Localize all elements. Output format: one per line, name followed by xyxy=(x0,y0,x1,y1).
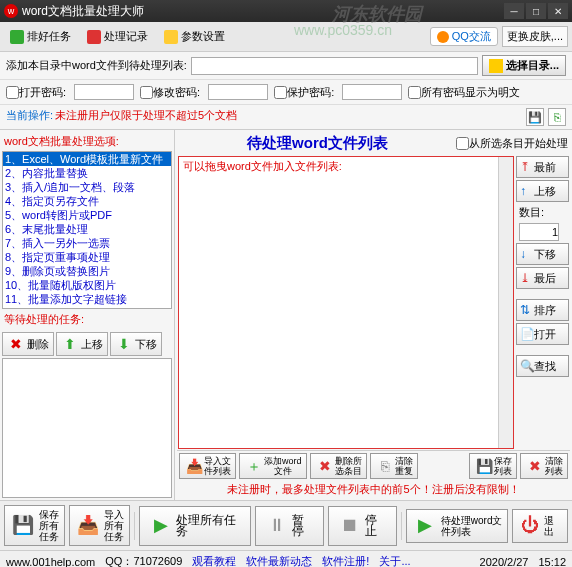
clear-icon: ✖ xyxy=(525,456,545,476)
footer-site: www.001help.com xyxy=(6,556,95,568)
start-from-selected-check[interactable]: 从所选条目开始处理 xyxy=(456,136,568,151)
save-all-tasks-button[interactable]: 💾保存 所有 任务 xyxy=(4,505,65,546)
import-list-button[interactable]: 📥导入文 件列表 xyxy=(179,453,236,479)
move-bottom-button[interactable]: ⤓最后 xyxy=(516,267,569,289)
maximize-button[interactable]: □ xyxy=(526,3,546,19)
qq-icon xyxy=(437,31,449,43)
up-icon: ⬆ xyxy=(61,335,79,353)
import-all-tasks-button[interactable]: 📥导入 所有 任务 xyxy=(69,505,130,546)
remove-selected-button[interactable]: ✖删除所 选条目 xyxy=(310,453,367,479)
exit-button[interactable]: ⏻退出 xyxy=(512,509,568,543)
status-label: 当前操作: xyxy=(6,108,53,126)
top-icon: ⤒ xyxy=(520,160,532,174)
register-link[interactable]: 软件注册! xyxy=(322,554,369,567)
separator xyxy=(401,512,402,540)
pause-icon: ⏸ xyxy=(266,513,289,539)
count-input[interactable] xyxy=(519,223,559,241)
open-icon: 📄 xyxy=(520,327,532,341)
app-icon: w xyxy=(4,4,18,18)
modify-pw-input[interactable] xyxy=(208,84,268,100)
protect-pw-input[interactable] xyxy=(342,84,402,100)
down-icon: ↓ xyxy=(520,247,532,261)
open-pw-check[interactable]: 打开密码: xyxy=(6,85,66,100)
options-list[interactable]: 1、Excel、Word模板批量新文件 2、内容批量替换 3、插入/追加一文档、… xyxy=(2,151,172,309)
modify-pw-check[interactable]: 修改密码: xyxy=(140,85,200,100)
exit-icon: ⏻ xyxy=(518,513,541,539)
settings-button[interactable]: 参数设置 xyxy=(158,27,231,46)
scrollbar[interactable] xyxy=(498,157,513,448)
movedown-task-button[interactable]: ⬇下移 xyxy=(110,332,162,356)
stop-button[interactable]: ⏹停止 xyxy=(328,506,397,546)
import-icon: 📥 xyxy=(184,456,204,476)
list-item[interactable]: 6、末尾批量处理 xyxy=(3,222,171,236)
about-link[interactable]: 关于... xyxy=(379,554,410,567)
list-item[interactable]: 11、批量添加文字超链接 xyxy=(3,292,171,306)
list-item[interactable]: 5、word转图片或PDF xyxy=(3,208,171,222)
list-item[interactable]: 3、插入/追加一文档、段落 xyxy=(3,180,171,194)
folder-icon xyxy=(489,59,503,73)
remove-icon: ✖ xyxy=(315,456,335,476)
file-list[interactable]: 可以拖曳word文件加入文件列表: xyxy=(178,156,514,449)
close-button[interactable]: ✕ xyxy=(548,3,568,19)
records-button[interactable]: 处理记录 xyxy=(81,27,154,46)
down-icon: ⬇ xyxy=(115,335,133,353)
add-word-button[interactable]: ＋添加word 文件 xyxy=(239,453,307,479)
move-top-button[interactable]: ⤒最前 xyxy=(516,156,569,178)
list-item[interactable]: 4、指定页另存文件 xyxy=(3,194,171,208)
list-icon: ▶ xyxy=(412,513,438,539)
list-item[interactable]: 8、指定页重事项处理 xyxy=(3,250,171,264)
open-button[interactable]: 📄打开 xyxy=(516,323,569,345)
search-icon: 🔍 xyxy=(520,359,532,373)
status-value: 未注册用户仅限于处理不超过5个文档 xyxy=(55,108,237,126)
move-down-button[interactable]: ↓下移 xyxy=(516,243,569,265)
register-warning: 未注册时，最多处理文件列表中的前5个！注册后没有限制！ xyxy=(177,481,570,498)
clear-list-button[interactable]: ✖清除 列表 xyxy=(520,453,568,479)
pending-label: 等待处理的任务: xyxy=(2,309,172,330)
stop-icon: ⏹ xyxy=(339,513,362,539)
list-item[interactable]: 10、批量随机版权图片 xyxy=(3,278,171,292)
up-icon: ↑ xyxy=(520,184,532,198)
separator xyxy=(134,512,135,540)
list-item[interactable]: 1、Excel、Word模板批量新文件 xyxy=(3,152,171,166)
save-icon: 💾 xyxy=(474,456,494,476)
record-icon xyxy=(87,30,101,44)
skin-button[interactable]: 更换皮肤,... xyxy=(502,26,568,47)
protect-pw-check[interactable]: 保护密码: xyxy=(274,85,334,100)
tutorial-link[interactable]: 观看教程 xyxy=(192,554,236,567)
settings-icon xyxy=(164,30,178,44)
save-list-button[interactable]: 💾保存 列表 xyxy=(469,453,517,479)
moveup-task-button[interactable]: ⬆上移 xyxy=(56,332,108,356)
move-up-button[interactable]: ↑上移 xyxy=(516,180,569,202)
directory-input[interactable] xyxy=(191,57,478,75)
showplain-check[interactable]: 所有密码显示为明文 xyxy=(408,85,520,100)
sort-icon: ⇅ xyxy=(520,303,532,317)
tasks-button[interactable]: 排好任务 xyxy=(4,27,77,46)
search-button[interactable]: 🔍查找 xyxy=(516,355,569,377)
task-icon xyxy=(10,30,24,44)
list-item[interactable]: 2、内容批量替换 xyxy=(3,166,171,180)
process-all-button[interactable]: ▶处理所有任务 xyxy=(139,506,251,546)
minimize-button[interactable]: ─ xyxy=(504,3,524,19)
export-icon-button[interactable]: ⎘ xyxy=(548,108,566,126)
footer-date: 2020/2/27 xyxy=(480,556,529,568)
select-dir-button[interactable]: 选择目录... xyxy=(482,55,566,76)
clear-dup-button[interactable]: ⎘清除 重复 xyxy=(370,453,418,479)
list-item[interactable]: 9、删除页或替换图片 xyxy=(3,264,171,278)
news-link[interactable]: 软件最新动态 xyxy=(246,554,312,567)
bottom-icon: ⤓ xyxy=(520,271,532,285)
delete-task-button[interactable]: ✖删除 xyxy=(2,332,54,356)
pending-tasks-area[interactable] xyxy=(2,358,172,498)
pending-files-button[interactable]: ▶待处理word文 件列表 xyxy=(406,509,509,543)
filelist-title: 待处理word文件列表 xyxy=(179,134,456,153)
list-item[interactable]: 7、插入一另外一选票 xyxy=(3,236,171,250)
sort-button[interactable]: ⇅排序 xyxy=(516,299,569,321)
qq-button[interactable]: QQ交流 xyxy=(430,27,498,46)
save-icon-button[interactable]: 💾 xyxy=(526,108,544,126)
open-pw-input[interactable] xyxy=(74,84,134,100)
pause-button[interactable]: ⏸暂停 xyxy=(255,506,324,546)
footer-time: 15:12 xyxy=(538,556,566,568)
add-dir-label: 添加本目录中word文件到待处理列表: xyxy=(6,58,187,73)
import-icon: 📥 xyxy=(75,513,101,539)
add-icon: ＋ xyxy=(244,456,264,476)
dup-icon: ⎘ xyxy=(375,456,395,476)
